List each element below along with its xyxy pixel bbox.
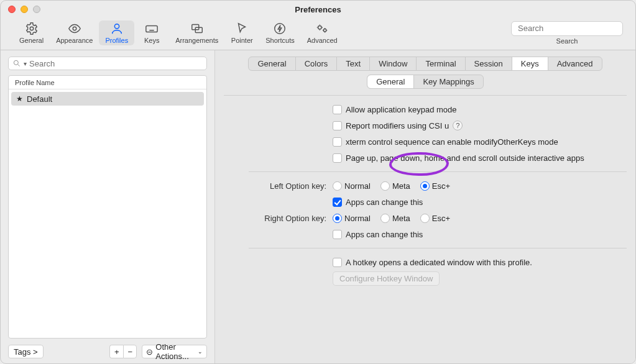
- svg-point-10: [14, 60, 18, 65]
- keys-subtabs: GeneralKey Mappings: [367, 75, 483, 88]
- left-apps-change-label: Apps can change this: [346, 198, 423, 207]
- toolbar-advanced[interactable]: Advanced: [301, 20, 344, 45]
- other-actions-label: Other Actions...: [155, 342, 203, 361]
- settings-panel: GeneralColorsTextWindowTerminalSessionKe…: [215, 50, 635, 364]
- toolbar-label: Profiles: [105, 37, 128, 44]
- subtab-general[interactable]: General: [367, 75, 414, 88]
- profile-search[interactable]: ▾: [8, 57, 207, 70]
- svg-point-0: [30, 27, 34, 30]
- toolbar-search[interactable]: [511, 21, 623, 36]
- add-remove-profile: + −: [109, 345, 137, 358]
- svg-point-6: [275, 23, 285, 34]
- svg-point-7: [318, 25, 321, 29]
- preferences-window: Preferences General Appearance Profiles …: [0, 0, 636, 364]
- hotkey-checkbox[interactable]: [333, 258, 342, 267]
- tab-text[interactable]: Text: [337, 57, 370, 70]
- tab-session[interactable]: Session: [466, 57, 512, 70]
- gear-icon: [25, 22, 39, 35]
- left-option-escplus-radio[interactable]: [420, 181, 430, 191]
- toolbar: General Appearance Profiles Keys Arrange…: [1, 18, 635, 50]
- toolbar-label: Shortcuts: [265, 37, 294, 44]
- toolbar-pointer[interactable]: Pointer: [224, 20, 259, 45]
- chevron-down-icon: ⌄: [198, 348, 203, 355]
- toolbar-search-wrap: Search: [511, 21, 623, 45]
- xterm-control-label: xterm control sequence can enable modify…: [346, 137, 558, 147]
- toolbar-general[interactable]: General: [13, 20, 50, 45]
- toolbar-label: Keys: [144, 37, 159, 44]
- toolbar-label: Appearance: [56, 37, 93, 44]
- right-option-escplus-label: Esc+: [432, 214, 450, 223]
- window-title: Preferences: [1, 5, 635, 14]
- pointer-icon: [235, 22, 249, 35]
- right-option-meta-label: Meta: [392, 214, 410, 223]
- person-icon: [110, 22, 124, 35]
- tags-button[interactable]: Tags >: [8, 345, 44, 358]
- left-option-escplus-label: Esc+: [432, 181, 450, 191]
- toolbar-label: Advanced: [307, 37, 338, 44]
- profile-name: Default: [27, 94, 52, 104]
- xterm-control-checkbox[interactable]: [333, 137, 342, 147]
- right-apps-change-checkbox[interactable]: [333, 230, 342, 239]
- gears-icon: [315, 22, 329, 35]
- sidebar: ▾ Profile Name ★ Default Tags > + −: [1, 50, 215, 364]
- report-modifiers-label: Report modifiers using CSI u: [346, 121, 449, 130]
- profiles-header[interactable]: Profile Name: [9, 76, 206, 89]
- toolbar-arrangements[interactable]: Arrangements: [169, 20, 224, 45]
- dropdown-icon: ⊝: [146, 347, 153, 357]
- right-option-normal-radio[interactable]: [333, 214, 342, 223]
- report-modifiers-checkbox[interactable]: [333, 121, 342, 130]
- toolbar-label: Arrangements: [175, 37, 218, 44]
- configure-hotkey-button: Configure Hotkey Window: [333, 271, 440, 286]
- toolbar-shortcuts[interactable]: Shortcuts: [259, 20, 300, 45]
- windows-icon: [190, 22, 204, 35]
- tab-keys[interactable]: Keys: [512, 57, 548, 70]
- left-option-meta-label: Meta: [392, 181, 410, 191]
- left-option-normal-label: Normal: [344, 181, 371, 191]
- right-option-label: Right Option key:: [249, 214, 333, 223]
- right-option-normal-label: Normal: [344, 214, 371, 223]
- tab-colors[interactable]: Colors: [296, 57, 338, 70]
- prefs-tabs: GeneralColorsTextWindowTerminalSessionKe…: [249, 57, 601, 70]
- profile-row[interactable]: ★ Default: [11, 92, 204, 106]
- toolbar-keys[interactable]: Keys: [134, 20, 169, 45]
- help-icon[interactable]: ?: [453, 121, 463, 130]
- toolbar-search-label: Search: [556, 37, 578, 45]
- toolbar-profiles[interactable]: Profiles: [99, 20, 134, 45]
- svg-rect-3: [146, 25, 157, 32]
- sidebar-bottom: Tags > + − ⊝ Other Actions... ⌄: [8, 344, 207, 360]
- keyboard-icon: [145, 22, 159, 35]
- tab-window[interactable]: Window: [370, 57, 417, 70]
- profiles-list: ★ Default: [9, 89, 206, 338]
- left-apps-change-checkbox[interactable]: [333, 198, 342, 207]
- search-icon: [12, 59, 21, 68]
- tab-general[interactable]: General: [249, 57, 295, 70]
- allow-keypad-checkbox[interactable]: [333, 105, 342, 114]
- allow-keypad-label: Allow application keypad mode: [346, 105, 457, 114]
- bolt-icon: [273, 22, 287, 35]
- other-actions-menu[interactable]: ⊝ Other Actions... ⌄: [142, 345, 207, 358]
- right-option-escplus-radio[interactable]: [420, 214, 430, 223]
- remove-profile-button[interactable]: −: [123, 345, 137, 358]
- left-option-label: Left Option key:: [249, 181, 333, 191]
- hotkey-label: A hotkey opens a dedicated window with t…: [346, 258, 532, 267]
- add-profile-button[interactable]: +: [109, 345, 123, 358]
- toolbar-label: General: [19, 37, 44, 44]
- svg-point-1: [73, 27, 76, 30]
- subtab-key-mappings[interactable]: Key Mappings: [414, 75, 482, 88]
- left-option-normal-radio[interactable]: [333, 181, 342, 191]
- profiles-list-box: Profile Name ★ Default: [8, 75, 207, 339]
- page-scroll-checkbox[interactable]: [333, 153, 342, 163]
- tab-terminal[interactable]: Terminal: [417, 57, 465, 70]
- toolbar-search-input[interactable]: [518, 24, 622, 33]
- toolbar-label: Pointer: [231, 37, 253, 44]
- toolbar-appearance[interactable]: Appearance: [50, 20, 99, 45]
- tab-advanced[interactable]: Advanced: [548, 57, 602, 70]
- left-option-meta-radio[interactable]: [380, 181, 390, 191]
- profile-search-input[interactable]: [29, 59, 203, 68]
- star-icon: ★: [16, 94, 23, 103]
- right-apps-change-label: Apps can change this: [346, 230, 423, 239]
- svg-point-8: [324, 29, 326, 31]
- right-option-meta-radio[interactable]: [380, 214, 390, 223]
- chevron-down-icon[interactable]: ▾: [24, 60, 27, 67]
- page-scroll-label: Page up, page down, home and end scroll …: [346, 153, 584, 163]
